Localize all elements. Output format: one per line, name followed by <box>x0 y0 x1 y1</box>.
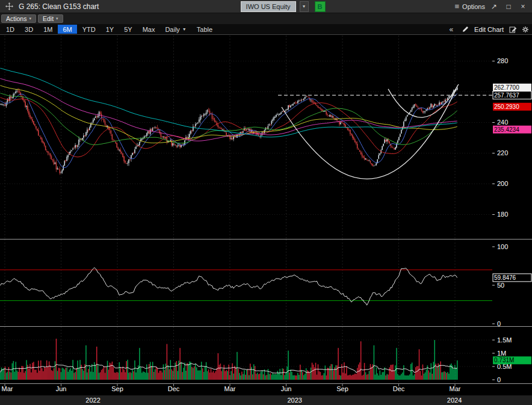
chart-toolbar: 1D3D1M6MYTD1Y5YMax Daily▼ Table « Edit C… <box>0 24 532 34</box>
gridlines <box>0 36 492 383</box>
range-tab-6m[interactable]: 6M <box>58 25 76 34</box>
edit-menu-button[interactable]: Edit▾ <box>38 14 63 23</box>
range-tab-1y[interactable]: 1Y <box>101 25 119 34</box>
ma-line-55 <box>1 93 457 145</box>
security-input[interactable]: IWO US Equity <box>241 1 296 12</box>
range-tab-5y[interactable]: 5Y <box>119 25 137 34</box>
move-window-icon[interactable] <box>4 2 15 11</box>
edit-chart-button[interactable]: Edit Chart <box>457 25 507 34</box>
range-tab-1d[interactable]: 1D <box>1 25 19 34</box>
moving-average-lines <box>1 68 457 167</box>
svg-text:250.2930: 250.2930 <box>494 104 519 110</box>
svg-text:100: 100 <box>497 243 508 250</box>
popout-button[interactable]: ↗ <box>489 2 500 11</box>
svg-text:200: 200 <box>497 180 508 187</box>
last-price-label: 262.7700 <box>493 84 531 91</box>
svg-text:180: 180 <box>497 211 508 218</box>
svg-text:220: 220 <box>497 149 508 156</box>
title-bar: G 265: Clean G153 chart IWO US Equity ▾ … <box>0 0 532 13</box>
range-tab-1m[interactable]: 1M <box>39 25 57 34</box>
handle-annotation <box>388 84 459 117</box>
chart-canvas[interactable]: 2802602402202001801005001.5M1M0.5M0MarJu… <box>0 34 532 405</box>
svg-text:2024: 2024 <box>447 397 462 404</box>
svg-text:Sep: Sep <box>336 385 348 392</box>
actions-menu-button[interactable]: Actions▾ <box>1 14 36 23</box>
options-menu-button[interactable]: ≡ Options <box>454 2 485 11</box>
browse-badge[interactable]: B <box>315 1 326 12</box>
hamburger-icon: ≡ <box>454 2 459 11</box>
rsi-line <box>1 268 457 306</box>
svg-text:0: 0 <box>497 320 501 327</box>
chevron-down-icon: ▾ <box>29 16 31 21</box>
svg-text:Jun: Jun <box>281 385 292 392</box>
panel-separators <box>0 35 532 384</box>
volume-value-label: 0.731M <box>493 356 531 364</box>
settings-gear-icon[interactable] <box>519 25 531 34</box>
rsi-value-label: 59.8476 <box>493 274 531 282</box>
svg-text:59.8476: 59.8476 <box>494 274 516 281</box>
ma-value-label-1: 235.4234 <box>493 126 531 134</box>
window-title: G 265: Clean G153 chart <box>19 2 99 11</box>
table-button[interactable]: Table <box>192 25 217 34</box>
rsi-threshold-lines <box>0 270 492 300</box>
svg-text:Dec: Dec <box>393 385 405 392</box>
svg-text:257.7637: 257.7637 <box>494 92 519 99</box>
svg-text:Sep: Sep <box>111 385 123 392</box>
svg-text:1.5M: 1.5M <box>497 336 512 344</box>
annotate-icon[interactable] <box>507 25 519 34</box>
svg-text:50: 50 <box>497 282 504 289</box>
range-tab-max[interactable]: Max <box>138 25 160 34</box>
ma-value-label-0: 250.2930 <box>493 103 531 111</box>
svg-text:280: 280 <box>497 57 508 64</box>
security-dropdown-chevron[interactable]: ▾ <box>300 1 309 12</box>
svg-text:2023: 2023 <box>287 397 302 404</box>
range-tab-3d[interactable]: 3D <box>20 25 38 34</box>
svg-text:1M: 1M <box>497 350 506 357</box>
svg-text:235.4234: 235.4234 <box>494 126 519 133</box>
frequency-dropdown[interactable]: Daily▼ <box>160 25 191 34</box>
cup-annotation <box>282 89 456 179</box>
svg-text:0.731M: 0.731M <box>494 357 514 363</box>
svg-text:Mar: Mar <box>2 385 13 392</box>
svg-text:2022: 2022 <box>85 397 100 404</box>
ref-price-label: 257.7637 <box>493 91 531 99</box>
chevron-down-icon: ▾ <box>56 16 58 21</box>
volume-bars <box>0 339 458 380</box>
svg-text:Jun: Jun <box>56 385 67 392</box>
range-tab-ytd[interactable]: YTD <box>78 25 101 34</box>
menu-bar: Actions▾ Edit▾ <box>0 13 532 24</box>
maximize-button[interactable]: □ <box>503 2 514 11</box>
chevron-down-icon: ▼ <box>182 27 187 31</box>
svg-text:Mar: Mar <box>224 385 236 392</box>
svg-text:0: 0 <box>497 376 501 383</box>
close-button[interactable]: × <box>518 2 528 11</box>
pencil-icon <box>460 25 471 34</box>
x-axis: MarJunSepDecMarJunSepDecMar202220232024 <box>0 384 532 405</box>
svg-text:240: 240 <box>497 119 508 126</box>
collapse-panel-icon[interactable]: « <box>446 25 456 34</box>
range-tabs: 1D3D1M6MYTD1Y5YMax <box>1 25 159 34</box>
svg-text:262.7700: 262.7700 <box>494 84 519 91</box>
svg-text:Dec: Dec <box>168 385 180 392</box>
svg-text:Mar: Mar <box>450 385 461 392</box>
